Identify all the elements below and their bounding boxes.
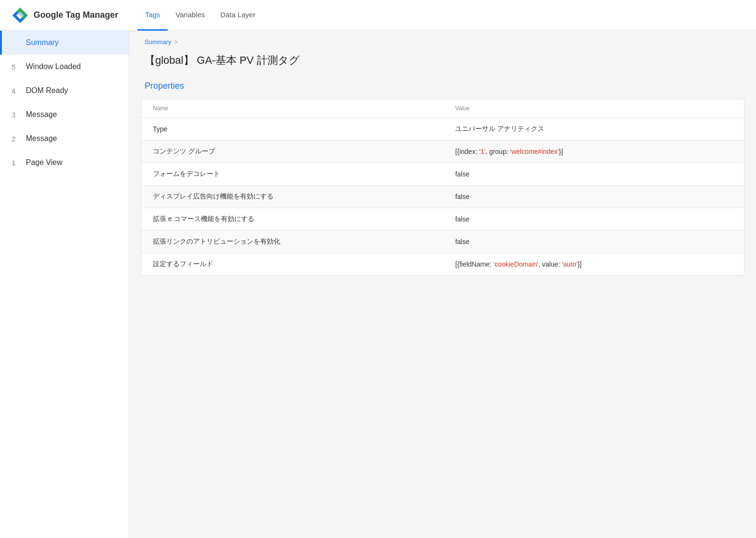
prop-name-display-ads: ディスプレイ広告向け機能を有効にする bbox=[141, 186, 444, 208]
properties-section-title: Properties bbox=[129, 75, 756, 99]
fields-key-str: 'cookieDomain' bbox=[493, 260, 538, 268]
sidebar-item-message-3[interactable]: 3 Message bbox=[0, 103, 129, 127]
sidebar-item-num-message-3: 3 bbox=[11, 111, 20, 119]
prop-name-type: Type bbox=[141, 118, 444, 140]
nav-tabs: Tags Variables Data Layer bbox=[137, 0, 263, 30]
nav-tab-tags[interactable]: Tags bbox=[137, 0, 168, 31]
sidebar-item-label-dom-ready: DOM Ready bbox=[26, 86, 68, 95]
prop-name-form-decorate: フォームをデコレート bbox=[141, 163, 444, 186]
table-row: 設定するフィールド [{fieldName: 'cookieDomain', v… bbox=[141, 253, 744, 276]
sidebar-item-dom-ready[interactable]: 4 DOM Ready bbox=[0, 79, 129, 103]
value-middle: , group: bbox=[485, 148, 510, 155]
sidebar-item-window-loaded[interactable]: 5 Window Loaded bbox=[0, 55, 129, 79]
logo-text: Google Tag Manager bbox=[34, 10, 118, 20]
properties-table: Name Value Type ユニバーサル アナリティクス コンテンツ グルー… bbox=[141, 99, 744, 275]
page-title: 【global】 GA-基本 PV 計測タグ bbox=[129, 49, 756, 75]
table-row: フォームをデコレート false bbox=[141, 163, 744, 186]
fields-prefix: [{fieldName: bbox=[455, 260, 493, 268]
sidebar-item-label-summary: Summary bbox=[26, 38, 58, 47]
fields-middle: , value: bbox=[538, 260, 562, 268]
sidebar-item-message-2[interactable]: 2 Message bbox=[0, 127, 129, 151]
logo-area: Google Tag Manager bbox=[11, 7, 118, 24]
app-header: Google Tag Manager Tags Variables Data L… bbox=[0, 0, 756, 31]
nav-tab-data-layer[interactable]: Data Layer bbox=[213, 0, 263, 31]
main-layout: Summary 5 Window Loaded 4 DOM Ready 3 Me… bbox=[0, 31, 756, 538]
table-row: ディスプレイ広告向け機能を有効にする false bbox=[141, 186, 744, 208]
value-suffix: }] bbox=[559, 148, 563, 155]
breadcrumb-summary-link[interactable]: Summary bbox=[145, 38, 172, 46]
prop-value-content-group: [{index: '1', group: 'welcome#index'}] bbox=[444, 140, 744, 163]
col-value-header: Value bbox=[444, 99, 744, 118]
table-row: コンテンツ グループ [{index: '1', group: 'welcome… bbox=[141, 140, 744, 163]
prop-value-display-ads: false bbox=[444, 186, 744, 208]
breadcrumb-separator: > bbox=[174, 38, 178, 46]
sidebar-item-label-message-3: Message bbox=[26, 110, 57, 119]
prop-name-fields: 設定するフィールド bbox=[141, 253, 444, 276]
table-header-row: Name Value bbox=[141, 99, 744, 118]
prop-value-enhanced-link: false bbox=[444, 231, 744, 253]
sidebar-item-num-message-2: 2 bbox=[11, 135, 20, 143]
sidebar-item-num-page-view: 1 bbox=[11, 159, 20, 167]
sidebar-item-num-window-loaded: 5 bbox=[11, 63, 20, 71]
sidebar-item-label-message-2: Message bbox=[26, 134, 57, 143]
prop-name-enhanced-link: 拡張リンクのアトリビューションを有効化 bbox=[141, 231, 444, 253]
prop-value-form-decorate: false bbox=[444, 163, 744, 186]
prop-value-type: ユニバーサル アナリティクス bbox=[444, 118, 744, 140]
value-prefix: [{index: bbox=[455, 148, 479, 155]
table-row: 拡張リンクのアトリビューションを有効化 false bbox=[141, 231, 744, 253]
sidebar-item-page-view[interactable]: 1 Page View bbox=[0, 151, 129, 175]
fields-val-str: 'auto' bbox=[562, 260, 578, 268]
breadcrumb: Summary > bbox=[129, 31, 756, 49]
sidebar-item-label-page-view: Page View bbox=[26, 158, 62, 167]
prop-value-ecommerce: false bbox=[444, 208, 744, 231]
gtm-logo-icon bbox=[11, 7, 29, 24]
sidebar-item-num-dom-ready: 4 bbox=[11, 87, 20, 95]
sidebar: Summary 5 Window Loaded 4 DOM Ready 3 Me… bbox=[0, 31, 129, 538]
table-row: 拡張 e コマース機能を有効にする false bbox=[141, 208, 744, 231]
prop-name-content-group: コンテンツ グループ bbox=[141, 140, 444, 163]
properties-card: Name Value Type ユニバーサル アナリティクス コンテンツ グルー… bbox=[141, 99, 745, 276]
value-group-str: 'welcome#index' bbox=[510, 148, 559, 155]
prop-value-fields: [{fieldName: 'cookieDomain', value: 'aut… bbox=[444, 253, 744, 276]
nav-tab-variables[interactable]: Variables bbox=[168, 0, 212, 31]
fields-suffix: }] bbox=[577, 260, 582, 268]
prop-name-ecommerce: 拡張 e コマース機能を有効にする bbox=[141, 208, 444, 231]
col-name-header: Name bbox=[141, 99, 444, 118]
sidebar-item-label-window-loaded: Window Loaded bbox=[26, 62, 81, 71]
table-row: Type ユニバーサル アナリティクス bbox=[141, 118, 744, 140]
main-content: Summary > 【global】 GA-基本 PV 計測タグ Propert… bbox=[129, 31, 756, 538]
sidebar-item-summary[interactable]: Summary bbox=[0, 31, 129, 55]
value-index-str: '1' bbox=[479, 148, 485, 155]
